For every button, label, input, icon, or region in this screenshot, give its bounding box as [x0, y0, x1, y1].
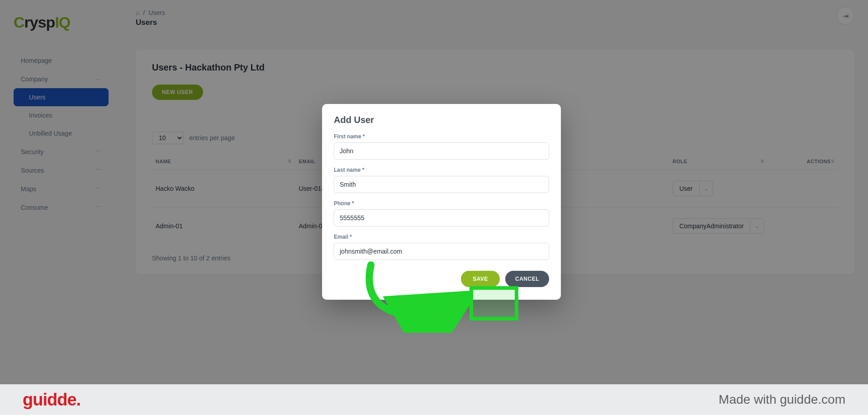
guidde-footer: guidde. Made with guidde.com — [0, 384, 868, 415]
cancel-button[interactable]: CANCEL — [505, 271, 549, 287]
first-name-input[interactable] — [334, 142, 549, 160]
first-name-label: First name * — [334, 133, 549, 140]
modal-title: Add User — [334, 115, 549, 125]
phone-input[interactable] — [334, 209, 549, 226]
guidde-logo: guidde. — [23, 390, 81, 410]
last-name-input[interactable] — [334, 176, 549, 193]
phone-label: Phone * — [334, 200, 549, 207]
email-input[interactable] — [334, 243, 549, 260]
email-label: Email * — [334, 234, 549, 240]
save-button[interactable]: SAVE — [461, 271, 500, 287]
add-user-modal: Add User First name * Last name * Phone … — [322, 104, 561, 300]
last-name-label: Last name * — [334, 167, 549, 173]
guidde-tagline: Made with guidde.com — [719, 392, 845, 407]
